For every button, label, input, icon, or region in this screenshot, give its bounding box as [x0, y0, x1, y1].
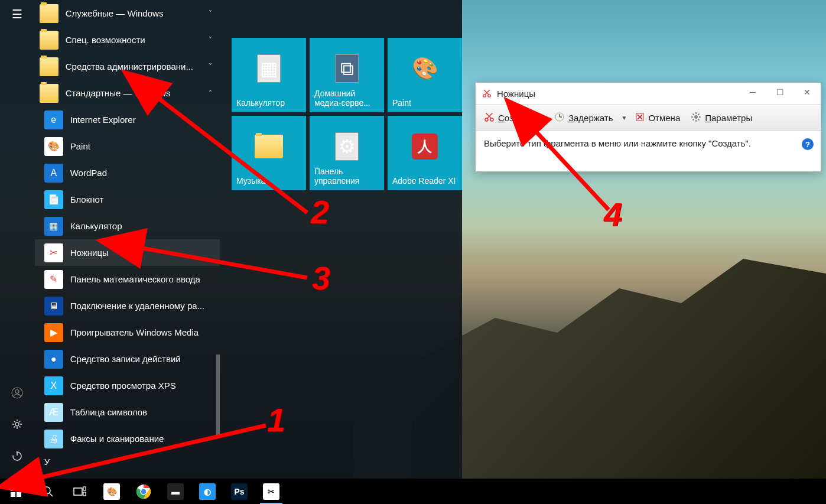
- tile-label: Панель управления: [314, 167, 379, 186]
- folder-item[interactable]: Средства администрировани... ˅: [35, 53, 220, 80]
- taskbar: 🎨▬◐Ps✂: [0, 479, 826, 504]
- minimize-button[interactable]: ─: [739, 83, 766, 102]
- app-item[interactable]: 🎨 Paint: [35, 133, 220, 160]
- app-icon: X: [44, 376, 63, 395]
- create-button[interactable]: Создать: [479, 109, 536, 126]
- app-label: Ножницы: [70, 248, 215, 258]
- app-item[interactable]: ● Средство записи действий: [35, 346, 220, 372]
- chevron-up-icon: ˄: [206, 89, 215, 97]
- app-item[interactable]: ✎ Панель математического ввода: [35, 266, 220, 292]
- app-item[interactable]: e Internet Explorer: [35, 106, 220, 133]
- app-item[interactable]: ✂ Ножницы: [35, 239, 220, 266]
- tile-icon: ⚙: [333, 132, 361, 161]
- app-item[interactable]: 📄 Блокнот: [35, 186, 220, 213]
- start-menu: ☰ Служебные — Windows ˅ Спец. возможност…: [0, 0, 462, 479]
- close-button[interactable]: ✕: [794, 83, 821, 102]
- app-label: Paint: [70, 141, 215, 151]
- app-item[interactable]: 🖨 Факсы и сканирование: [35, 425, 220, 452]
- taskbar-app-paint[interactable]: 🎨: [96, 479, 128, 504]
- svg-rect-22: [11, 492, 15, 497]
- folder-label: Средства администрировани...: [66, 61, 199, 71]
- folder-label: Спец. возможности: [66, 35, 199, 45]
- svg-point-19: [694, 115, 698, 119]
- folder-item[interactable]: Стандартные — Windows ˄: [35, 80, 220, 106]
- window-titlebar[interactable]: Ножницы ─ ☐ ✕: [476, 83, 821, 104]
- chevron-down-icon: ˅: [206, 9, 215, 18]
- maximize-button[interactable]: ☐: [766, 83, 794, 102]
- app-icon: A: [44, 164, 63, 183]
- app-label: WordPad: [70, 168, 215, 178]
- app-item[interactable]: ▦ Калькулятор: [35, 213, 220, 239]
- snip-hint-text: Выберите тип фрагмента в меню или нажмит…: [484, 138, 751, 148]
- app-icon: 📄: [44, 190, 63, 209]
- delay-button[interactable]: Задержать: [549, 109, 618, 126]
- taskbar-app-cmd[interactable]: ▬: [160, 479, 191, 504]
- power-icon[interactable]: [11, 450, 23, 464]
- app-item[interactable]: 🖥 Подключение к удаленному ра...: [35, 292, 220, 319]
- app-icon: ✎: [44, 270, 63, 289]
- tile-label: Музыка: [236, 176, 301, 186]
- tile[interactable]: 人 Adobe Reader XI: [388, 116, 462, 190]
- app-label: Факсы и сканирование: [70, 434, 215, 444]
- app-label: Панель математического ввода: [70, 274, 215, 284]
- letter-header[interactable]: У: [35, 452, 220, 472]
- tile-label: Adobe Reader XI: [392, 176, 457, 186]
- folder-icon: [40, 84, 58, 103]
- tile[interactable]: Музыка: [232, 116, 306, 190]
- search-icon[interactable]: [32, 479, 64, 504]
- svg-line-25: [50, 493, 53, 496]
- app-item[interactable]: ▶ Проигрыватель Windows Media: [35, 319, 220, 346]
- taskbar-app-chrome[interactable]: [128, 479, 160, 504]
- snip-body: Выберите тип фрагмента в меню или нажмит…: [476, 131, 821, 155]
- window-title: Ножницы: [497, 89, 535, 99]
- scissors-icon: [482, 88, 492, 99]
- tile-label: Paint: [392, 98, 457, 108]
- svg-rect-26: [74, 488, 82, 495]
- svg-point-1: [15, 390, 19, 394]
- app-icon: ✂: [44, 243, 63, 262]
- taskbar-app-ps[interactable]: Ps: [223, 479, 255, 504]
- app-icon: 🖨: [44, 430, 63, 448]
- app-label: Калькулятор: [70, 221, 215, 231]
- app-label: Internet Explorer: [70, 115, 215, 125]
- tile[interactable]: ⧉ Домашний медиа-серве...: [310, 38, 384, 112]
- tile-label: Калькулятор: [236, 98, 301, 108]
- app-label: Проигрыватель Windows Media: [70, 327, 215, 337]
- help-icon[interactable]: ?: [802, 138, 814, 150]
- settings-icon[interactable]: [11, 418, 23, 433]
- folder-item[interactable]: Служебные — Windows ˅: [35, 0, 220, 27]
- tile-label: Домашний медиа-серве...: [314, 89, 379, 108]
- clock-icon: [554, 112, 565, 124]
- snip-toolbar: Создать ▼ Задержать ▼ Отмена Параметры: [476, 104, 821, 131]
- svg-point-10: [490, 118, 493, 121]
- folder-label: Служебные — Windows: [66, 8, 199, 18]
- cancel-button[interactable]: Отмена: [630, 110, 685, 126]
- folder-item[interactable]: Спец. возможности ˅: [35, 27, 220, 53]
- taskview-icon[interactable]: [64, 479, 96, 504]
- app-list[interactable]: Служебные — Windows ˅ Спец. возможности …: [35, 0, 220, 479]
- user-icon[interactable]: [11, 387, 23, 402]
- params-button[interactable]: Параметры: [686, 109, 757, 126]
- svg-point-5: [483, 95, 486, 97]
- app-item[interactable]: A WordPad: [35, 160, 220, 186]
- taskbar-app-blue[interactable]: ◐: [191, 479, 223, 504]
- taskbar-app-snip[interactable]: ✂: [255, 479, 287, 504]
- folder-icon: [40, 4, 58, 23]
- hamburger-icon[interactable]: ☰: [12, 7, 22, 21]
- delay-dropdown[interactable]: ▼: [619, 115, 630, 121]
- start-button[interactable]: [0, 479, 32, 504]
- scrollbar-thumb[interactable]: [216, 355, 220, 437]
- create-dropdown[interactable]: ▼: [538, 115, 548, 121]
- app-item[interactable]: X Средство просмотра XPS: [35, 372, 220, 399]
- tile-icon: ⧉: [333, 54, 361, 83]
- svg-point-24: [43, 487, 50, 494]
- tile[interactable]: 🎨 Paint: [388, 38, 462, 112]
- app-item[interactable]: Æ Таблица символов: [35, 399, 220, 425]
- cancel-icon: [635, 112, 645, 123]
- tile[interactable]: ▦ Калькулятор: [232, 38, 306, 112]
- svg-point-31: [141, 489, 147, 495]
- app-icon: e: [44, 110, 63, 129]
- tile[interactable]: ⚙ Панель управления: [310, 116, 384, 190]
- chevron-down-icon: ˅: [206, 63, 215, 71]
- folder-icon: [40, 31, 58, 50]
